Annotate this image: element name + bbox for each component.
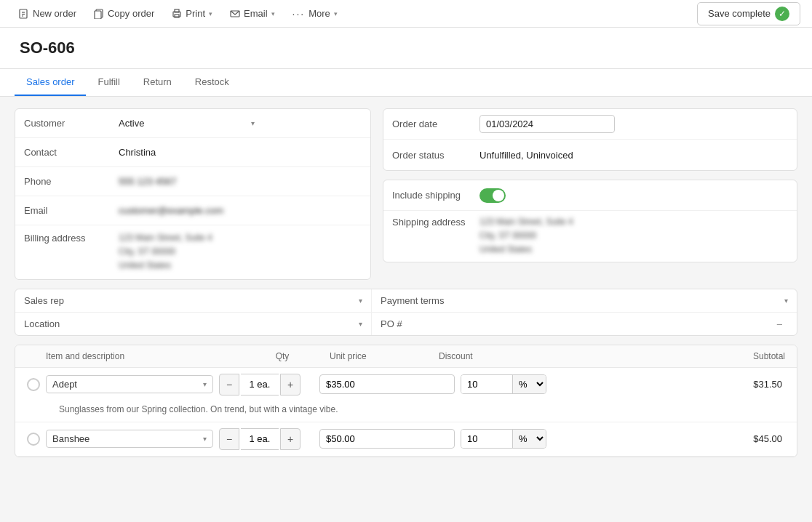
email-value: customer@example.com	[110, 199, 370, 222]
order-date-input[interactable]	[479, 115, 615, 133]
copy-order-button[interactable]: Copy order	[87, 5, 162, 22]
order-status-label: Order status	[392, 150, 479, 161]
item-main-row: Banshee ▾ − + % $ $45.00	[15, 422, 797, 456]
tab-return[interactable]: Return	[132, 69, 183, 96]
order-number-input[interactable]	[12, 33, 800, 63]
email-button[interactable]: Email ▾	[223, 5, 282, 22]
new-order-label: New order	[33, 8, 76, 19]
copy-icon	[94, 9, 104, 19]
payment-terms-chevron: ▾	[784, 297, 788, 305]
order-date-value[interactable]	[479, 115, 788, 133]
combined-card: Sales rep ▾ Payment terms ▾ Location ▾ P	[15, 289, 797, 336]
include-shipping-toggle[interactable]	[479, 188, 506, 203]
customer-card: Customer Active ▾ Contact Christina Phon…	[15, 108, 371, 280]
unit-price-input[interactable]	[319, 374, 455, 394]
discount-type-select[interactable]: % $	[512, 430, 546, 448]
po-value: –	[777, 318, 788, 329]
print-chevron: ▾	[209, 10, 212, 17]
phone-value: 555 123 4567	[110, 170, 370, 193]
email-icon	[230, 9, 240, 19]
item-description: Sunglasses from our Spring collection. O…	[15, 401, 797, 422]
print-icon	[172, 9, 182, 19]
tab-restock[interactable]: Restock	[183, 69, 241, 96]
item-select[interactable]: Adept ▾	[46, 375, 213, 393]
sales-rep-label: Sales rep	[24, 295, 111, 306]
order-date-row: Order date	[383, 109, 797, 140]
sales-rep-dropdown[interactable]: Sales rep ▾	[24, 295, 362, 306]
location-cell: Location ▾	[15, 313, 372, 335]
new-order-icon	[19, 9, 29, 19]
new-order-button[interactable]: New order	[12, 5, 84, 22]
tabs: Sales order Fulfill Return Restock	[0, 69, 812, 97]
payment-terms-label: Payment terms	[381, 295, 475, 306]
customer-row: Customer Active ▾	[15, 109, 370, 138]
qty-input[interactable]	[241, 374, 279, 395]
location-po-row: Location ▾ PO # –	[15, 313, 797, 335]
item-select[interactable]: Banshee ▾	[46, 430, 213, 448]
col-qty-header: Qty	[235, 351, 330, 361]
billing-value: 123 Main Street, Suite 4 City, ST 00000 …	[110, 225, 370, 279]
more-button[interactable]: ··· More ▾	[285, 5, 345, 23]
qty-decrease-button[interactable]: −	[219, 374, 239, 395]
col-item-header: Item and description	[46, 351, 235, 361]
customer-value[interactable]: Active ▾	[110, 112, 370, 134]
discount-wrap: % $	[461, 374, 546, 394]
item-radio[interactable]	[27, 378, 40, 391]
qty-input[interactable]	[241, 428, 279, 450]
po-label: PO #	[381, 318, 439, 329]
print-button[interactable]: Print ▾	[164, 5, 220, 22]
shipping-card: Include shipping Shipping address 123 Ma…	[383, 180, 797, 262]
contact-row: Contact Christina	[15, 138, 370, 167]
qty-decrease-button[interactable]: −	[219, 428, 239, 450]
subtotal-value: $45.00	[546, 433, 785, 444]
order-status-value: Unfulfilled, Uninvoiced	[479, 150, 788, 161]
location-dropdown[interactable]: Location ▾	[24, 318, 362, 329]
qty-control: − +	[219, 374, 314, 395]
order-date-label: Order date	[392, 119, 479, 129]
sales-rep-chevron: ▾	[359, 297, 362, 305]
location-label: Location	[24, 318, 111, 329]
svg-rect-5	[95, 11, 101, 19]
shipping-address-label: Shipping address	[392, 215, 479, 228]
tab-sales-order[interactable]: Sales order	[15, 69, 86, 96]
include-shipping-row: Include shipping	[383, 180, 797, 211]
item-radio[interactable]	[27, 433, 40, 446]
location-chevron: ▾	[359, 320, 362, 328]
discount-input[interactable]	[461, 375, 512, 393]
table-row: Banshee ▾ − + % $ $45.00	[15, 422, 797, 457]
col-price-header: Unit price	[330, 351, 439, 361]
more-chevron: ▾	[334, 10, 338, 17]
contact-label: Contact	[15, 141, 110, 164]
customer-chevron: ▾	[251, 119, 255, 127]
phone-row: Phone 555 123 4567	[15, 167, 370, 196]
discount-input[interactable]	[461, 430, 512, 448]
copy-order-label: Copy order	[108, 8, 154, 19]
payment-terms-dropdown[interactable]: Payment terms ▾	[381, 295, 788, 306]
shipping-address-row: Shipping address 123 Main Street, Suite …	[383, 211, 797, 262]
billing-label: Billing address	[15, 225, 110, 249]
qty-increase-button[interactable]: +	[280, 374, 300, 395]
items-table-header: Item and description Qty Unit price Disc…	[15, 345, 797, 368]
email-row: Email customer@example.com	[15, 196, 370, 225]
save-complete-icon: ✓	[775, 7, 789, 21]
discount-wrap: % $	[461, 429, 546, 449]
item-name: Adept	[52, 379, 77, 390]
tab-fulfill[interactable]: Fulfill	[86, 69, 131, 96]
email-label: Email	[244, 8, 268, 19]
col-subtotal-header: Subtotal	[526, 351, 785, 361]
subtotal-value: $31.50	[546, 379, 785, 390]
billing-row: Billing address 123 Main Street, Suite 4…	[15, 225, 370, 279]
order-info-card: Order date Order status Unfulfilled, Uni…	[383, 108, 797, 171]
col-discount-header: Discount	[439, 351, 526, 361]
qty-increase-button[interactable]: +	[280, 428, 300, 450]
save-complete-label: Save complete	[708, 8, 771, 19]
sales-rep-payment-row: Sales rep ▾ Payment terms ▾	[15, 289, 797, 313]
save-complete-button[interactable]: Save complete ✓	[697, 2, 800, 25]
shipping-address-value: 123 Main Street, Suite 4 City, ST 00000 …	[479, 215, 788, 257]
toolbar: New order Copy order Print ▾ Email ▾ ···…	[0, 0, 812, 28]
print-label: Print	[186, 8, 205, 19]
toggle-thumb	[493, 190, 504, 201]
customer-label: Customer	[15, 112, 110, 134]
discount-type-select[interactable]: % $	[512, 375, 546, 393]
unit-price-input[interactable]	[319, 429, 455, 449]
